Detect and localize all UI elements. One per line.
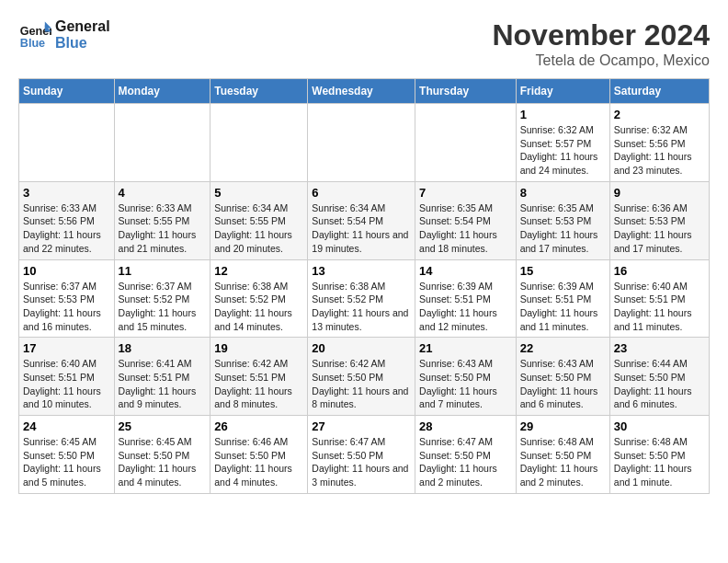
day-number: 5 bbox=[214, 186, 303, 200]
day-info: Sunrise: 6:34 AM Sunset: 5:55 PM Dayligh… bbox=[214, 201, 303, 256]
calendar-cell: 11Sunrise: 6:37 AM Sunset: 5:52 PM Dayli… bbox=[114, 259, 210, 338]
day-info: Sunrise: 6:37 AM Sunset: 5:52 PM Dayligh… bbox=[119, 280, 207, 334]
day-info: Sunrise: 6:36 AM Sunset: 5:53 PM Dayligh… bbox=[614, 201, 705, 256]
weekday-header-tuesday: Tuesday bbox=[210, 79, 308, 104]
day-number: 2 bbox=[614, 108, 705, 121]
calendar-cell: 20Sunrise: 6:42 AM Sunset: 5:50 PM Dayli… bbox=[308, 338, 415, 416]
day-info: Sunrise: 6:35 AM Sunset: 5:54 PM Dayligh… bbox=[419, 201, 512, 256]
day-number: 7 bbox=[419, 186, 512, 200]
calendar-cell bbox=[210, 104, 308, 182]
day-number: 12 bbox=[214, 264, 303, 278]
calendar-cell: 28Sunrise: 6:47 AM Sunset: 5:50 PM Dayli… bbox=[415, 416, 517, 494]
calendar-cell: 24Sunrise: 6:45 AM Sunset: 5:50 PM Dayli… bbox=[19, 416, 115, 494]
day-info: Sunrise: 6:47 AM Sunset: 5:50 PM Dayligh… bbox=[312, 435, 411, 489]
month-title: November 2024 bbox=[492, 18, 710, 52]
calendar-cell: 22Sunrise: 6:43 AM Sunset: 5:50 PM Dayli… bbox=[516, 338, 609, 416]
logo-general: General bbox=[55, 18, 110, 35]
day-number: 27 bbox=[312, 419, 411, 433]
day-number: 21 bbox=[419, 341, 512, 355]
day-number: 3 bbox=[23, 186, 110, 200]
day-info: Sunrise: 6:41 AM Sunset: 5:51 PM Dayligh… bbox=[119, 357, 207, 411]
day-number: 20 bbox=[312, 341, 411, 355]
day-number: 28 bbox=[419, 419, 512, 433]
day-number: 16 bbox=[614, 264, 705, 278]
day-number: 10 bbox=[23, 264, 110, 278]
day-number: 30 bbox=[614, 419, 705, 433]
day-number: 6 bbox=[312, 186, 411, 200]
calendar-cell bbox=[415, 104, 517, 182]
logo-icon: General Blue bbox=[18, 18, 51, 52]
day-number: 13 bbox=[312, 264, 411, 278]
day-info: Sunrise: 6:34 AM Sunset: 5:54 PM Dayligh… bbox=[312, 201, 411, 256]
calendar-week-5: 24Sunrise: 6:45 AM Sunset: 5:50 PM Dayli… bbox=[19, 416, 710, 494]
calendar-cell: 6Sunrise: 6:34 AM Sunset: 5:54 PM Daylig… bbox=[308, 181, 415, 259]
calendar-cell: 16Sunrise: 6:40 AM Sunset: 5:51 PM Dayli… bbox=[609, 259, 709, 338]
weekday-header-sunday: Sunday bbox=[19, 79, 115, 104]
day-info: Sunrise: 6:35 AM Sunset: 5:53 PM Dayligh… bbox=[520, 201, 606, 256]
day-number: 1 bbox=[520, 108, 606, 121]
weekday-header-friday: Friday bbox=[516, 79, 609, 104]
calendar-cell: 25Sunrise: 6:45 AM Sunset: 5:50 PM Dayli… bbox=[114, 416, 210, 494]
calendar-cell bbox=[19, 104, 115, 182]
day-info: Sunrise: 6:44 AM Sunset: 5:50 PM Dayligh… bbox=[614, 357, 705, 411]
calendar-week-4: 17Sunrise: 6:40 AM Sunset: 5:51 PM Dayli… bbox=[19, 338, 710, 416]
calendar-cell: 17Sunrise: 6:40 AM Sunset: 5:51 PM Dayli… bbox=[19, 338, 115, 416]
day-number: 8 bbox=[520, 186, 606, 200]
calendar-cell: 13Sunrise: 6:38 AM Sunset: 5:52 PM Dayli… bbox=[308, 259, 415, 338]
calendar-cell: 26Sunrise: 6:46 AM Sunset: 5:50 PM Dayli… bbox=[210, 416, 308, 494]
calendar-cell: 3Sunrise: 6:33 AM Sunset: 5:56 PM Daylig… bbox=[19, 181, 115, 259]
logo-blue: Blue bbox=[55, 35, 110, 52]
day-number: 22 bbox=[520, 341, 606, 355]
calendar-cell: 27Sunrise: 6:47 AM Sunset: 5:50 PM Dayli… bbox=[308, 416, 415, 494]
day-number: 15 bbox=[520, 264, 606, 278]
day-number: 17 bbox=[23, 341, 110, 355]
day-info: Sunrise: 6:32 AM Sunset: 5:56 PM Dayligh… bbox=[614, 123, 705, 178]
calendar-cell: 15Sunrise: 6:39 AM Sunset: 5:51 PM Dayli… bbox=[516, 259, 609, 338]
day-info: Sunrise: 6:39 AM Sunset: 5:51 PM Dayligh… bbox=[520, 280, 606, 334]
location: Tetela de Ocampo, Mexico bbox=[492, 52, 710, 69]
day-info: Sunrise: 6:45 AM Sunset: 5:50 PM Dayligh… bbox=[119, 435, 207, 489]
day-info: Sunrise: 6:33 AM Sunset: 5:55 PM Dayligh… bbox=[119, 201, 207, 256]
day-info: Sunrise: 6:43 AM Sunset: 5:50 PM Dayligh… bbox=[419, 357, 512, 411]
day-number: 29 bbox=[520, 419, 606, 433]
calendar-cell: 23Sunrise: 6:44 AM Sunset: 5:50 PM Dayli… bbox=[609, 338, 709, 416]
calendar-cell: 5Sunrise: 6:34 AM Sunset: 5:55 PM Daylig… bbox=[210, 181, 308, 259]
calendar-cell: 7Sunrise: 6:35 AM Sunset: 5:54 PM Daylig… bbox=[415, 181, 517, 259]
day-number: 19 bbox=[214, 341, 303, 355]
weekday-header-wednesday: Wednesday bbox=[308, 79, 415, 104]
day-info: Sunrise: 6:32 AM Sunset: 5:57 PM Dayligh… bbox=[520, 123, 606, 178]
day-number: 11 bbox=[119, 264, 207, 278]
weekday-header-monday: Monday bbox=[114, 79, 210, 104]
calendar-cell: 9Sunrise: 6:36 AM Sunset: 5:53 PM Daylig… bbox=[609, 181, 709, 259]
day-info: Sunrise: 6:42 AM Sunset: 5:51 PM Dayligh… bbox=[214, 357, 303, 411]
calendar-cell: 18Sunrise: 6:41 AM Sunset: 5:51 PM Dayli… bbox=[114, 338, 210, 416]
day-number: 4 bbox=[119, 186, 207, 200]
day-info: Sunrise: 6:46 AM Sunset: 5:50 PM Dayligh… bbox=[214, 435, 303, 489]
svg-text:Blue: Blue bbox=[20, 37, 45, 50]
calendar-cell: 10Sunrise: 6:37 AM Sunset: 5:53 PM Dayli… bbox=[19, 259, 115, 338]
weekday-header-saturday: Saturday bbox=[609, 79, 709, 104]
calendar-table: SundayMondayTuesdayWednesdayThursdayFrid… bbox=[18, 78, 710, 494]
calendar-cell: 1Sunrise: 6:32 AM Sunset: 5:57 PM Daylig… bbox=[516, 104, 609, 182]
calendar-cell bbox=[114, 104, 210, 182]
day-info: Sunrise: 6:40 AM Sunset: 5:51 PM Dayligh… bbox=[23, 357, 110, 411]
calendar-cell: 21Sunrise: 6:43 AM Sunset: 5:50 PM Dayli… bbox=[415, 338, 517, 416]
day-info: Sunrise: 6:40 AM Sunset: 5:51 PM Dayligh… bbox=[614, 280, 705, 334]
day-info: Sunrise: 6:39 AM Sunset: 5:51 PM Dayligh… bbox=[419, 280, 512, 334]
day-number: 24 bbox=[23, 419, 110, 433]
calendar-cell: 4Sunrise: 6:33 AM Sunset: 5:55 PM Daylig… bbox=[114, 181, 210, 259]
day-info: Sunrise: 6:48 AM Sunset: 5:50 PM Dayligh… bbox=[614, 435, 705, 489]
calendar-cell: 8Sunrise: 6:35 AM Sunset: 5:53 PM Daylig… bbox=[516, 181, 609, 259]
page-header: General Blue General Blue November 2024 … bbox=[18, 18, 710, 69]
day-info: Sunrise: 6:43 AM Sunset: 5:50 PM Dayligh… bbox=[520, 357, 606, 411]
day-info: Sunrise: 6:42 AM Sunset: 5:50 PM Dayligh… bbox=[312, 357, 411, 411]
day-info: Sunrise: 6:33 AM Sunset: 5:56 PM Dayligh… bbox=[23, 201, 110, 256]
calendar-cell: 29Sunrise: 6:48 AM Sunset: 5:50 PM Dayli… bbox=[516, 416, 609, 494]
calendar-week-3: 10Sunrise: 6:37 AM Sunset: 5:53 PM Dayli… bbox=[19, 259, 710, 338]
day-info: Sunrise: 6:48 AM Sunset: 5:50 PM Dayligh… bbox=[520, 435, 606, 489]
weekday-header-thursday: Thursday bbox=[415, 79, 517, 104]
day-number: 9 bbox=[614, 186, 705, 200]
day-number: 18 bbox=[119, 341, 207, 355]
day-info: Sunrise: 6:37 AM Sunset: 5:53 PM Dayligh… bbox=[23, 280, 110, 334]
day-number: 25 bbox=[119, 419, 207, 433]
